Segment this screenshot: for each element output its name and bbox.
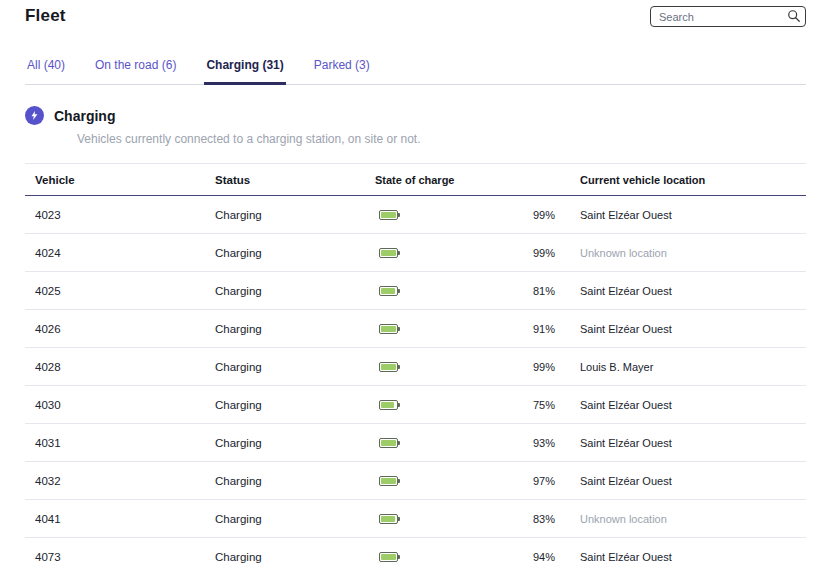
table-body: 4023 Charging 99% Saint Elzéar Ouest 402… xyxy=(25,196,806,575)
vehicle-cell: 4041 xyxy=(25,513,215,525)
battery-fill xyxy=(381,250,396,256)
battery-icon xyxy=(379,476,398,486)
charge-cell: 75% xyxy=(375,399,565,411)
status-cell: Charging xyxy=(215,475,375,487)
fleet-page: Fleet All (40) On the road (6) Charging … xyxy=(0,0,825,575)
vehicle-table: Vehicle Status State of charge Current v… xyxy=(25,163,806,575)
vehicle-cell: 4026 xyxy=(25,323,215,335)
table-row[interactable]: 4028 Charging 99% Louis B. Mayer xyxy=(25,348,806,386)
location-cell: Saint Elzéar Ouest xyxy=(565,323,806,335)
section-subtitle: Vehicles currently connected to a chargi… xyxy=(77,132,806,146)
charge-cell: 91% xyxy=(375,323,565,335)
charge-cell: 81% xyxy=(375,285,565,297)
status-cell: Charging xyxy=(215,551,375,563)
vehicle-cell: 4031 xyxy=(25,437,215,449)
header-vehicle: Vehicle xyxy=(25,174,215,186)
battery-fill xyxy=(381,288,395,294)
charge-cell: 83% xyxy=(375,513,565,525)
tab-bar: All (40) On the road (6) Charging (31) P… xyxy=(25,54,806,85)
search-input[interactable] xyxy=(650,6,806,27)
location-cell: Louis B. Mayer xyxy=(565,361,806,373)
charge-cell: 93% xyxy=(375,437,565,449)
table-header-row: Vehicle Status State of charge Current v… xyxy=(25,163,806,196)
battery-fill xyxy=(381,440,396,446)
table-row[interactable]: 4026 Charging 91% Saint Elzéar Ouest xyxy=(25,310,806,348)
header-status: Status xyxy=(215,174,375,186)
charge-cell: 94% xyxy=(375,551,565,563)
battery-icon xyxy=(379,210,398,220)
battery-fill xyxy=(381,478,396,484)
vehicle-cell: 4073 xyxy=(25,551,215,563)
charge-percent: 83% xyxy=(533,513,555,525)
location-cell: Unknown location xyxy=(565,513,806,525)
status-cell: Charging xyxy=(215,285,375,297)
location-cell: Saint Elzéar Ouest xyxy=(565,551,806,563)
vehicle-cell: 4032 xyxy=(25,475,215,487)
table-row[interactable]: 4030 Charging 75% Saint Elzéar Ouest xyxy=(25,386,806,424)
battery-fill xyxy=(381,212,396,218)
battery-icon xyxy=(379,552,398,562)
location-cell: Saint Elzéar Ouest xyxy=(565,475,806,487)
battery-icon xyxy=(379,438,398,448)
table-row[interactable]: 4032 Charging 97% Saint Elzéar Ouest xyxy=(25,462,806,500)
battery-icon xyxy=(379,324,398,334)
table-row[interactable]: 4031 Charging 93% Saint Elzéar Ouest xyxy=(25,424,806,462)
lightning-bolt-icon xyxy=(25,106,44,125)
battery-icon xyxy=(379,514,398,524)
battery-icon xyxy=(379,362,398,372)
status-cell: Charging xyxy=(215,437,375,449)
section-header: Charging xyxy=(25,106,806,125)
tab-on-the-road[interactable]: On the road (6) xyxy=(93,54,178,85)
table-row[interactable]: 4024 Charging 99% Unknown location xyxy=(25,234,806,272)
header-state-of-charge: State of charge xyxy=(375,174,565,186)
tab-all[interactable]: All (40) xyxy=(25,54,67,85)
location-cell: Saint Elzéar Ouest xyxy=(565,399,806,411)
charge-percent: 99% xyxy=(533,361,555,373)
battery-fill xyxy=(381,364,396,370)
status-cell: Charging xyxy=(215,247,375,259)
table-row[interactable]: 4025 Charging 81% Saint Elzéar Ouest xyxy=(25,272,806,310)
vehicle-cell: 4028 xyxy=(25,361,215,373)
charge-percent: 99% xyxy=(533,209,555,221)
charge-percent: 93% xyxy=(533,437,555,449)
battery-icon xyxy=(379,286,398,296)
search-box[interactable] xyxy=(650,6,806,27)
charge-percent: 75% xyxy=(533,399,555,411)
page-title: Fleet xyxy=(25,6,66,26)
charge-cell: 99% xyxy=(375,209,565,221)
vehicle-cell: 4024 xyxy=(25,247,215,259)
status-cell: Charging xyxy=(215,399,375,411)
status-cell: Charging xyxy=(215,361,375,373)
tab-charging[interactable]: Charging (31) xyxy=(204,54,285,85)
table-row[interactable]: 4041 Charging 83% Unknown location xyxy=(25,500,806,538)
vehicle-cell: 4023 xyxy=(25,209,215,221)
table-row[interactable]: 4023 Charging 99% Saint Elzéar Ouest xyxy=(25,196,806,234)
battery-icon xyxy=(379,400,398,410)
status-cell: Charging xyxy=(215,323,375,335)
charge-percent: 81% xyxy=(533,285,555,297)
battery-fill xyxy=(381,516,395,522)
vehicle-cell: 4025 xyxy=(25,285,215,297)
location-cell: Saint Elzéar Ouest xyxy=(565,285,806,297)
charge-percent: 99% xyxy=(533,247,555,259)
battery-fill xyxy=(381,554,396,560)
charge-percent: 97% xyxy=(533,475,555,487)
search-icon xyxy=(787,9,801,23)
location-cell: Saint Elzéar Ouest xyxy=(565,209,806,221)
vehicle-cell: 4030 xyxy=(25,399,215,411)
charge-percent: 94% xyxy=(533,551,555,563)
charge-cell: 99% xyxy=(375,361,565,373)
status-cell: Charging xyxy=(215,513,375,525)
charge-percent: 91% xyxy=(533,323,555,335)
location-cell: Saint Elzéar Ouest xyxy=(565,437,806,449)
location-cell: Unknown location xyxy=(565,247,806,259)
battery-icon xyxy=(379,248,398,258)
header-location: Current vehicle location xyxy=(565,174,806,186)
charge-cell: 97% xyxy=(375,475,565,487)
section-title: Charging xyxy=(54,108,115,124)
battery-fill xyxy=(381,326,396,332)
table-row[interactable]: 4073 Charging 94% Saint Elzéar Ouest xyxy=(25,538,806,575)
tab-parked[interactable]: Parked (3) xyxy=(312,54,372,85)
charge-cell: 99% xyxy=(375,247,565,259)
top-bar: Fleet xyxy=(25,6,806,27)
